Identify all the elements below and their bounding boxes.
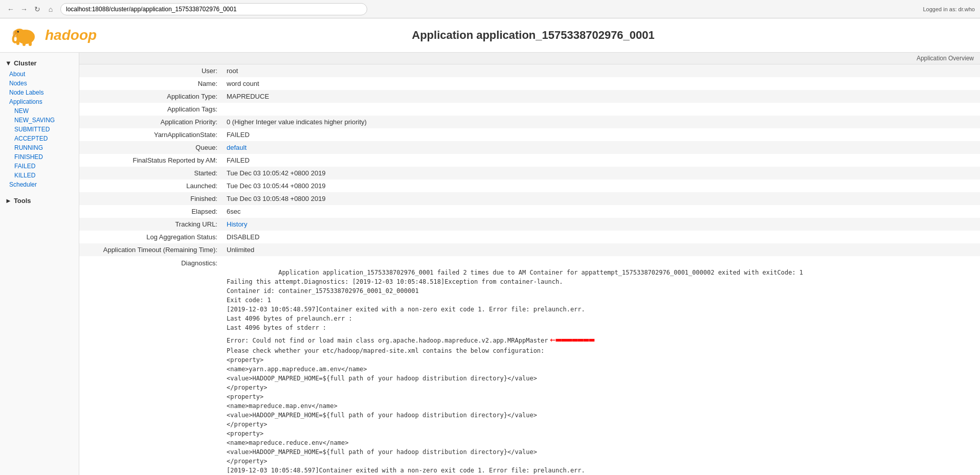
sidebar-item-new[interactable]: NEW (0, 106, 79, 116)
app-priority-label: Application Priority: (79, 116, 222, 128)
svg-point-6 (13, 30, 18, 37)
started-label: Started: (79, 167, 222, 179)
log-aggregation-value: DISABLED (222, 231, 980, 243)
logo-area: hadoop (10, 22, 97, 48)
launched-value: Tue Dec 03 10:05:44 +0800 2019 (222, 179, 980, 192)
sidebar-item-scheduler[interactable]: Scheduler (0, 180, 79, 189)
svg-rect-4 (29, 41, 32, 46)
sidebar-item-new-saving[interactable]: NEW_SAVING (0, 116, 79, 125)
forward-button[interactable]: → (18, 4, 30, 15)
table-row: Launched: Tue Dec 03 10:05:44 +0800 2019 (79, 179, 980, 192)
app-priority-value: 0 (Higher Integer value indicates higher… (222, 116, 980, 128)
top-header: hadoop Application application_157533870… (0, 18, 980, 53)
browser-chrome: ← → ↻ ⌂ Logged in as: dr.who (0, 0, 980, 18)
table-row: Application Priority: 0 (Higher Integer … (79, 116, 980, 128)
tools-arrow-icon: ► (5, 197, 12, 205)
table-row: YarnApplicationState: FAILED (79, 128, 980, 141)
table-row: Started: Tue Dec 03 10:05:42 +0800 2019 (79, 167, 980, 179)
table-row: Diagnostics: Application application_157… (79, 256, 980, 475)
app-tags-value (222, 103, 980, 116)
sidebar-item-node-labels[interactable]: Node Labels (0, 88, 79, 97)
table-row: FinalStatus Reported by AM: FAILED (79, 154, 980, 167)
diagnostics-label: Diagnostics: (79, 256, 222, 475)
tracking-url-label: Tracking URL: (79, 218, 222, 231)
main-layout: ▼ Cluster About Nodes Node Labels Applic… (0, 53, 980, 475)
yarn-state-label: YarnApplicationState: (79, 128, 222, 141)
page-title: Application application_1575338702976_00… (97, 29, 970, 42)
app-type-value: MAPREDUCE (222, 90, 980, 103)
sidebar-item-accepted[interactable]: ACCEPTED (0, 134, 79, 143)
cluster-section-header[interactable]: ▼ Cluster (0, 57, 79, 70)
hadoop-logo-text: hadoop (45, 27, 97, 43)
final-status-value: FAILED (222, 154, 980, 167)
user-label: User: (79, 64, 222, 77)
address-bar[interactable] (60, 3, 367, 15)
cluster-label: Cluster (14, 59, 37, 67)
elapsed-value: 6sec (222, 205, 980, 218)
finished-label: Finished: (79, 192, 222, 205)
app-timeout-label: Application Timeout (Remaining Time): (79, 243, 222, 256)
logged-in-label: Logged in as: dr.who (923, 6, 975, 12)
tracking-url-value: History (222, 218, 980, 231)
sidebar-item-applications[interactable]: Applications (0, 97, 79, 106)
sidebar-item-submitted[interactable]: SUBMITTED (0, 125, 79, 134)
sidebar-item-nodes[interactable]: Nodes (0, 79, 79, 88)
sidebar-item-finished[interactable]: FINISHED (0, 152, 79, 162)
info-table: User: root Name: word count Application … (79, 64, 980, 475)
sidebar-item-running[interactable]: RUNNING (0, 143, 79, 152)
elapsed-label: Elapsed: (79, 205, 222, 218)
table-row: Application Timeout (Remaining Time): Un… (79, 243, 980, 256)
table-row: User: root (79, 64, 980, 77)
finished-value: Tue Dec 03 10:05:48 +0800 2019 (222, 192, 980, 205)
diag-text-2: Please check whether your etc/hadoop/map… (227, 347, 585, 475)
sidebar: ▼ Cluster About Nodes Node Labels Applic… (0, 53, 79, 475)
started-value: Tue Dec 03 10:05:42 +0800 2019 (222, 167, 980, 179)
app-type-label: Application Type: (79, 90, 222, 103)
tools-section: ► Tools (0, 194, 79, 207)
reload-button[interactable]: ↻ (32, 4, 43, 15)
diagnostics-text: Application application_1575338702976_00… (227, 259, 976, 475)
name-label: Name: (79, 77, 222, 90)
svg-rect-3 (23, 41, 26, 46)
main-content: Application Overview User: root Name: wo… (79, 53, 980, 475)
queue-link[interactable]: default (227, 144, 247, 151)
sidebar-item-about[interactable]: About (0, 70, 79, 79)
launched-label: Launched: (79, 179, 222, 192)
history-link[interactable]: History (227, 220, 247, 228)
tools-section-header[interactable]: ► Tools (0, 194, 79, 207)
user-value: root (222, 64, 980, 77)
table-row: Name: word count (79, 77, 980, 90)
app-overview-header: Application Overview (79, 53, 980, 64)
hadoop-logo-icon (10, 22, 41, 48)
back-button[interactable]: ← (5, 4, 16, 15)
yarn-state-value: FAILED (222, 128, 980, 141)
table-row: Tracking URL: History (79, 218, 980, 231)
log-aggregation-label: Log Aggregation Status: (79, 231, 222, 243)
home-button[interactable]: ⌂ (45, 4, 56, 15)
tools-label: Tools (14, 197, 31, 205)
final-status-label: FinalStatus Reported by AM: (79, 154, 222, 167)
cluster-arrow-icon: ▼ (5, 59, 12, 67)
diagnostics-value: Application application_1575338702976_00… (222, 256, 980, 475)
sidebar-item-killed[interactable]: KILLED (0, 171, 79, 180)
sidebar-item-failed[interactable]: FAILED (0, 162, 79, 171)
table-row: Application Type: MAPREDUCE (79, 90, 980, 103)
name-value: word count (222, 77, 980, 90)
queue-label: Queue: (79, 141, 222, 154)
table-row: Queue: default (79, 141, 980, 154)
app-tags-label: Application Tags: (79, 103, 222, 116)
table-row: Elapsed: 6sec (79, 205, 980, 218)
app-timeout-value: Unlimited (222, 243, 980, 256)
red-arrow-icon: ←▬▬▬▬▬▬▬ (550, 332, 595, 346)
queue-value: default (222, 141, 980, 154)
table-row: Finished: Tue Dec 03 10:05:48 +0800 2019 (79, 192, 980, 205)
nav-buttons[interactable]: ← → ↻ ⌂ (5, 4, 56, 15)
table-row: Application Tags: (79, 103, 980, 116)
table-row: Log Aggregation Status: DISABLED (79, 231, 980, 243)
diag-text-1: Application application_1575338702976_00… (227, 269, 803, 344)
